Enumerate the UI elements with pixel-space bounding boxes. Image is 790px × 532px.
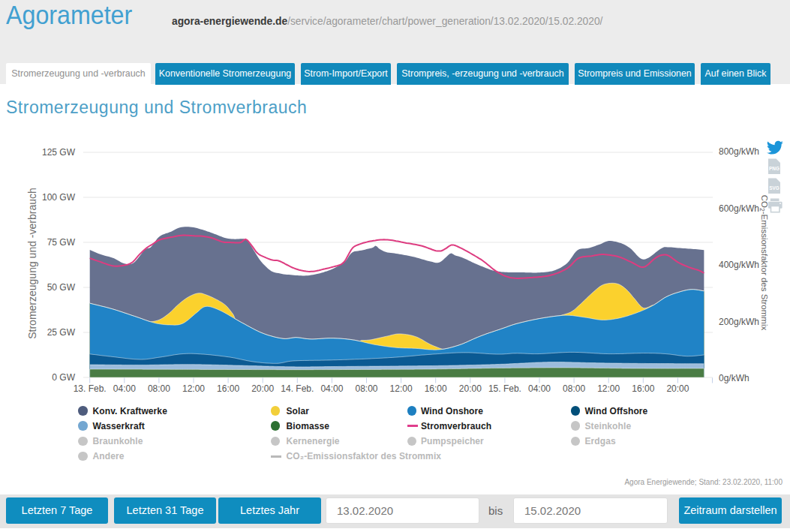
svg-text:50 GW: 50 GW	[47, 282, 76, 293]
svg-text:15. Feb.: 15. Feb.	[488, 383, 521, 394]
svg-text:04:00: 04:00	[528, 383, 551, 394]
svg-text:20:00: 20:00	[459, 383, 482, 394]
svg-text:125 GW: 125 GW	[42, 147, 76, 158]
svg-text:PNG: PNG	[769, 166, 779, 171]
svg-text:04:00: 04:00	[113, 383, 136, 394]
svg-text:25 GW: 25 GW	[47, 327, 76, 338]
svg-text:14. Feb.: 14. Feb.	[281, 383, 314, 394]
svg-text:0g/kWh: 0g/kWh	[719, 373, 749, 383]
svg-text:20:00: 20:00	[666, 383, 689, 394]
svg-text:08:00: 08:00	[148, 383, 170, 394]
svg-text:16:00: 16:00	[217, 383, 239, 394]
svg-text:600g/kWh: 600g/kWh	[719, 203, 759, 214]
svg-text:16:00: 16:00	[425, 383, 447, 394]
svg-text:20:00: 20:00	[251, 383, 274, 394]
svg-text:200g/kWh: 200g/kWh	[719, 317, 759, 327]
svg-text:08:00: 08:00	[355, 383, 377, 394]
svg-text:12:00: 12:00	[390, 383, 413, 394]
svg-text:04:00: 04:00	[320, 383, 343, 394]
svg-text:400g/kWh: 400g/kWh	[719, 260, 759, 270]
svg-text:12:00: 12:00	[597, 383, 620, 394]
svg-text:12:00: 12:00	[182, 383, 205, 394]
svg-text:Stromerzeugung und -verbrauch: Stromerzeugung und -verbrauch	[26, 188, 38, 339]
svg-text:100 GW: 100 GW	[42, 192, 76, 203]
svg-text:SVG: SVG	[769, 185, 779, 191]
svg-text:800g/kWh: 800g/kWh	[719, 146, 759, 157]
svg-text:CO2-Emissionsfaktor des Stromm: CO2-Emissionsfaktor des Strommix	[758, 195, 770, 331]
svg-text:0 GW: 0 GW	[52, 372, 75, 383]
svg-text:75 GW: 75 GW	[47, 237, 76, 248]
svg-text:16:00: 16:00	[632, 383, 654, 394]
svg-text:13. Feb.: 13. Feb.	[74, 383, 107, 394]
svg-text:08:00: 08:00	[563, 383, 585, 394]
